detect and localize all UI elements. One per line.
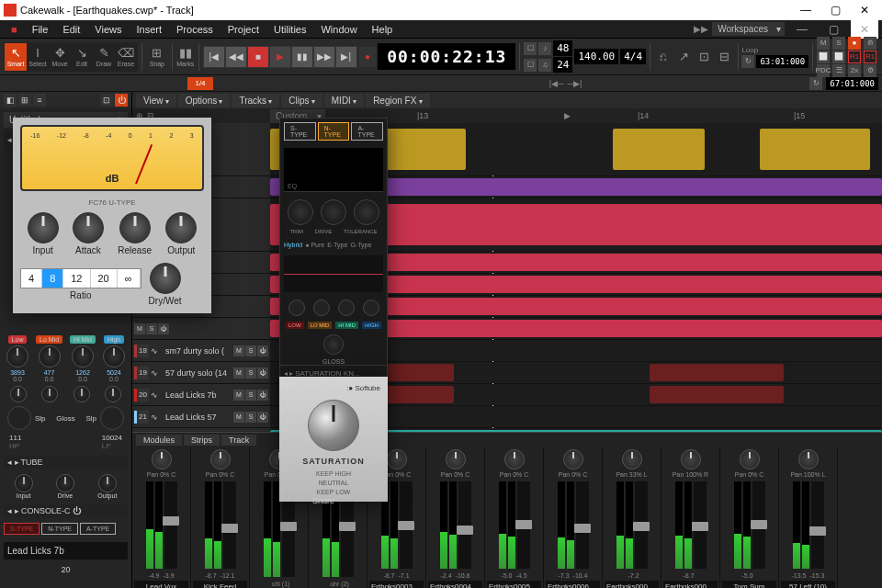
ntype-button[interactable]: N-TYPE (41, 523, 78, 535)
mixer-channel[interactable]: Pan 100% R-8.7Earthqks0008AdT8 (662, 447, 720, 588)
dtype-a[interactable]: A-TYPE (351, 122, 383, 141)
tool-edit[interactable]: ↘Edit (71, 43, 93, 71)
tolerance-knob[interactable] (354, 199, 379, 225)
tool-erase[interactable]: ⌫Erase (115, 43, 137, 71)
grid-btn[interactable]: ⚙ (864, 64, 876, 77)
track-row[interactable]: 21∿Lead Licks 57MS⏻ (132, 406, 882, 428)
drive-knob[interactable] (321, 199, 346, 225)
tool-icon[interactable]: ↗ (674, 43, 693, 71)
grid-btn[interactable]: ☰ (832, 64, 845, 77)
tracks-area[interactable]: MS⏻MS⏻MS⏻MS⏻MS⏻MS⏻MS⏻18∿sm7 durty solo (… (132, 123, 882, 432)
track-row[interactable]: MS⏻ (132, 123, 882, 176)
band-knob[interactable] (338, 300, 355, 316)
tool-select[interactable]: ISelect (27, 43, 49, 71)
dtype-n[interactable]: N-TYPE (318, 122, 350, 141)
menu-process[interactable]: Process (169, 22, 220, 37)
console-header[interactable]: ◂ ▸ CONSOLE-C ⏻ (4, 504, 128, 517)
pan-knob[interactable] (210, 449, 231, 469)
menu-project[interactable]: Project (220, 22, 266, 37)
ratio-4[interactable]: 4 (21, 269, 42, 288)
pan-knob[interactable] (152, 449, 172, 469)
stop-button[interactable]: ■ (248, 47, 268, 67)
audio-clip[interactable] (650, 386, 785, 402)
eq-q-knob[interactable] (74, 386, 90, 402)
grid-btn[interactable]: PDC (817, 64, 830, 77)
grid-btn[interactable]: R1 (848, 51, 861, 63)
saturation-knob[interactable] (308, 400, 359, 451)
menu-window[interactable]: Window (313, 22, 364, 37)
rewind-button[interactable]: ◀◀ (226, 47, 246, 67)
mixer-strips[interactable]: Strips (184, 435, 220, 446)
child-close-button[interactable]: ✕ (851, 20, 878, 39)
stype-button[interactable]: S-TYPE (4, 523, 40, 535)
fader[interactable] (635, 481, 648, 569)
band-knob[interactable] (313, 300, 330, 316)
grid-btn[interactable]: 2x (848, 64, 861, 77)
mixer-channel[interactable]: Pan 33% L-7.2Earthqks0007AdT7 (603, 447, 662, 588)
saturation-plugin-window[interactable]: :● Softube SATURATION KEEP HIGHNEUTRALKE… (279, 377, 388, 502)
fader[interactable] (752, 481, 765, 569)
trim-knob[interactable] (288, 199, 313, 225)
ratio-∞[interactable]: ∞ (118, 269, 141, 288)
menu-insert[interactable]: Insert (130, 22, 170, 37)
fc76-plugin-window[interactable]: -16-12-8-40123 dB FC76 U-TYPE InputAttac… (13, 118, 211, 313)
pan-knob[interactable] (504, 449, 525, 469)
fader[interactable] (458, 481, 471, 569)
grid-btn[interactable]: M (817, 37, 830, 50)
menu-file[interactable]: ■ (4, 22, 25, 37)
grid-btn[interactable]: ⬜ (817, 51, 830, 63)
eq-q-knob[interactable] (105, 386, 121, 402)
fader[interactable] (400, 481, 413, 569)
tube-knob[interactable] (56, 474, 74, 492)
curve-display[interactable] (284, 255, 383, 292)
view-menu-regionfx[interactable]: Region FX (366, 94, 429, 107)
gloss-knob[interactable] (323, 334, 344, 355)
ratio-12[interactable]: 12 (63, 269, 90, 288)
mixer-channel[interactable]: Pan 0% C-2.4-10.8Erthqks0004AdCl4 (426, 447, 485, 588)
release-knob[interactable] (119, 212, 151, 243)
tempo-display[interactable]: 140.00 (574, 49, 618, 64)
track-row[interactable]: MS⏻ (132, 318, 882, 340)
tube-knob[interactable] (15, 474, 33, 492)
play-button[interactable]: ▶ (270, 47, 290, 67)
pan-knob[interactable] (740, 449, 760, 469)
panel-btn[interactable]: ⊞ (18, 94, 31, 107)
timesig-display[interactable]: 4/4 (620, 49, 646, 64)
atype-button[interactable]: A-TYPE (80, 523, 116, 535)
drywet-knob[interactable] (150, 263, 181, 294)
tube-header[interactable]: ◂ ▸ TUBE (4, 456, 128, 469)
snap-button[interactable]: ⊞Snap (146, 43, 168, 71)
fader[interactable] (517, 481, 530, 569)
mixer-track[interactable]: Track (221, 435, 256, 446)
pan-knob[interactable] (446, 449, 466, 469)
drive-plugin-window[interactable]: S-TYPE N-TYPE A-TYPE EQ TRIMDRIVETOLERAN… (279, 118, 388, 382)
fader[interactable] (694, 481, 707, 569)
track-row[interactable]: 19∿57 durty solo (14MS⏻ (132, 362, 882, 384)
grid-btn[interactable]: ⬜ (832, 51, 845, 63)
panel-btn[interactable]: ⊡ (100, 94, 113, 107)
tool-icon[interactable]: ⊡ (695, 43, 713, 71)
maximize-button[interactable]: ▢ (821, 1, 849, 19)
eq-knob[interactable] (39, 345, 61, 368)
timeline-ruler[interactable]: ⊕⊟ Custom |13 ▶ |14 |15 |7 (132, 108, 882, 123)
close-button[interactable]: ✕ (851, 1, 878, 19)
view-menu-midi[interactable]: MIDI (324, 94, 364, 107)
grid-btn[interactable]: S (832, 37, 845, 50)
eq-q-knob[interactable] (41, 386, 58, 402)
view-menu-view[interactable]: View (136, 94, 176, 107)
pan-knob[interactable] (681, 449, 701, 469)
pause-button[interactable]: ▮▮ (292, 47, 312, 67)
hp-knob[interactable] (7, 406, 31, 430)
track-row[interactable]: MS⏻ (132, 252, 882, 274)
eq-knob[interactable] (6, 345, 28, 368)
mixer-channel[interactable]: Pan 0% C-4.9-3.9Lead Vox1 (132, 447, 191, 588)
menu-help[interactable]: Help (365, 22, 401, 37)
tool-smart[interactable]: ↖Smart (5, 43, 27, 71)
fader[interactable] (164, 481, 177, 569)
input-knob[interactable] (28, 212, 59, 243)
mixer-channel[interactable]: Pan 0% C-7.3-10.4Erthqks0006AdTi6 (544, 447, 603, 588)
band-knob[interactable] (363, 300, 379, 316)
grid-btn[interactable]: ⟰ (864, 37, 876, 50)
track-row[interactable]: MS⏻ (132, 296, 882, 318)
eq-display[interactable]: EQ (284, 148, 383, 192)
